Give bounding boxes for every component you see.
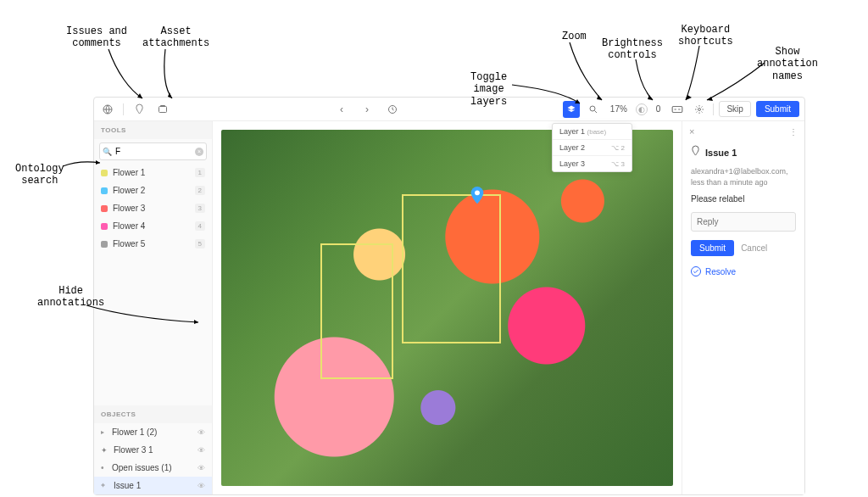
callout-issues-comments: Issues and comments	[66, 25, 127, 50]
svg-point-5	[698, 108, 701, 110]
layer-shortcut: ⌥ 2	[611, 144, 625, 152]
tool-label: Flower 1	[113, 168, 190, 177]
issue-cancel-button[interactable]: Cancel	[741, 243, 767, 253]
attachment-icon[interactable]	[154, 101, 171, 118]
issue-pin-icon[interactable]	[131, 101, 147, 118]
visibility-toggle-icon[interactable]: 👁	[198, 446, 205, 455]
tool-item-4[interactable]: Flower 44	[94, 217, 212, 235]
object-item-3[interactable]: •Open issues (1)👁	[94, 459, 212, 477]
issue-time: less than a minute ago	[691, 178, 768, 187]
tool-label: Flower 4	[113, 221, 190, 231]
visibility-toggle-icon[interactable]: 👁	[198, 482, 205, 490]
left-sidebar: TOOLS 🔍 × Flower 11Flower 22Flower 33Flo…	[94, 121, 213, 494]
tool-item-5[interactable]: Flower 55	[94, 235, 212, 253]
tool-color-swatch	[101, 241, 108, 248]
check-icon	[691, 266, 701, 276]
svg-rect-1	[159, 106, 167, 112]
tool-item-3[interactable]: Flower 33	[94, 199, 212, 217]
ontology-search-input[interactable]	[99, 142, 207, 160]
objects-header: OBJECTS	[94, 405, 212, 423]
tool-shortcut: 5	[195, 239, 205, 248]
issue-message: Please relabel	[691, 194, 796, 204]
issue-submit-button[interactable]: Submit	[691, 240, 734, 256]
chevron-right-icon: ▸	[101, 428, 108, 436]
panel-menu-icon[interactable]: ⋮	[789, 127, 798, 137]
search-icon: 🔍	[103, 148, 112, 156]
tool-color-swatch	[101, 223, 108, 230]
tool-color-swatch	[101, 205, 108, 212]
svg-point-6	[475, 191, 480, 196]
object-item-2[interactable]: ✦Flower 3 1👁	[94, 441, 212, 459]
callout-show-annotation-names: Show annotation names	[757, 46, 818, 82]
issue-meta: alexandra+1@labelbox.com, less than a mi…	[691, 166, 796, 187]
point-icon: ✦	[101, 446, 109, 455]
issue-title: Issue 1	[705, 148, 737, 158]
callout-toggle-layers: Toggle image layers	[470, 71, 507, 108]
asset-image	[221, 130, 673, 486]
divider	[123, 103, 124, 115]
tool-item-2[interactable]: Flower 22	[94, 181, 212, 199]
layer-row-1[interactable]: Layer 1 (base)	[553, 124, 632, 139]
layer-row-2[interactable]: Layer 2 ⌥ 2	[553, 139, 632, 155]
object-item-4[interactable]: ⌖Issue 1👁	[94, 477, 212, 494]
tool-shortcut: 4	[195, 221, 205, 231]
reply-input[interactable]	[691, 212, 796, 232]
tools-header: TOOLS	[94, 121, 212, 139]
layer-row-3[interactable]: Layer 3 ⌥ 3	[553, 155, 632, 171]
annotation-names-icon[interactable]	[669, 101, 686, 118]
topbar: ‹ › 17% ◐ 0 Skip Submit	[94, 98, 804, 121]
canvas-area[interactable]	[213, 121, 682, 494]
object-label: Flower 1 (2)	[112, 427, 193, 437]
bullet-icon: •	[101, 463, 108, 472]
next-asset-icon[interactable]: ›	[359, 101, 376, 118]
resolve-label: Resolve	[705, 267, 736, 276]
tool-shortcut: 1	[195, 168, 205, 177]
arrow	[100, 47, 151, 103]
resolve-button[interactable]: Resolve	[691, 266, 796, 276]
history-icon[interactable]	[384, 101, 401, 118]
layers-toggle-icon[interactable]	[563, 101, 580, 118]
object-item-1[interactable]: ▸Flower 1 (2)👁	[94, 423, 212, 441]
shortcuts-icon[interactable]	[691, 101, 708, 118]
skip-button[interactable]: Skip	[719, 101, 750, 117]
object-label: Flower 3 1	[114, 445, 193, 455]
pin-icon	[691, 145, 700, 159]
prev-asset-icon[interactable]: ‹	[333, 101, 350, 118]
brightness-value: 0	[656, 104, 661, 114]
tool-label: Flower 5	[113, 239, 190, 248]
object-label: Issue 1	[114, 481, 193, 490]
callout-brightness-controls: Brightness controls	[602, 37, 663, 62]
callout-ontology-search: Ontology search	[15, 163, 64, 187]
layer-shortcut: ⌥ 3	[611, 160, 625, 168]
callout-asset-attachments: Asset attachments	[142, 25, 209, 50]
callout-keyboard-shortcuts: Keyboard shortcuts	[678, 24, 733, 48]
tool-item-1[interactable]: Flower 11	[94, 164, 212, 181]
callout-hide-annotations: Hide annotations	[37, 285, 104, 310]
zoom-percentage: 17%	[607, 104, 631, 114]
arrow	[144, 47, 186, 103]
visibility-toggle-icon[interactable]: 👁	[198, 428, 205, 437]
close-panel-icon[interactable]: ×	[689, 126, 694, 137]
pin-icon: ⌖	[101, 481, 109, 490]
arrow	[674, 44, 708, 103]
callout-zoom: Zoom	[562, 31, 587, 42]
tool-label: Flower 2	[113, 186, 190, 195]
layer-label: Layer 1 (base)	[559, 127, 606, 136]
zoom-icon[interactable]	[585, 101, 602, 118]
labeling-app: ‹ › 17% ◐ 0 Skip Submit	[93, 97, 805, 495]
visibility-toggle-icon[interactable]: 👁	[198, 464, 205, 472]
globe-icon[interactable]	[99, 101, 116, 118]
issue-panel: × ⋮ Issue 1 alexandra+1@labelbox.com, le…	[682, 121, 804, 494]
bbox-flower1-a[interactable]	[320, 243, 392, 379]
issue-author: alexandra+1@labelbox.com	[691, 167, 786, 176]
submit-button[interactable]: Submit	[756, 101, 799, 117]
clear-search-icon[interactable]: ×	[195, 148, 203, 156]
issue-pin-marker[interactable]	[470, 187, 485, 205]
tool-color-swatch	[101, 170, 108, 176]
divider	[713, 103, 714, 115]
bbox-flower1-b[interactable]	[402, 194, 501, 343]
svg-point-3	[590, 106, 595, 111]
tool-color-swatch	[101, 187, 108, 194]
layer-menu: Layer 1 (base)Layer 2 ⌥ 2Layer 3 ⌥ 3	[552, 123, 632, 172]
brightness-icon[interactable]: ◐	[636, 103, 648, 115]
